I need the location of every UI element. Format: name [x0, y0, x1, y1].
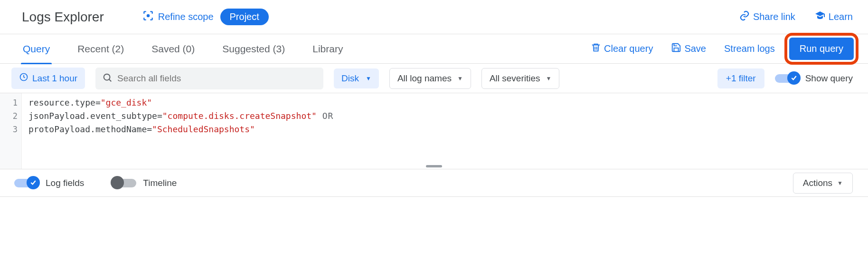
severities-dropdown[interactable]: All severities ▼: [481, 68, 560, 89]
show-query-toggle-wrap: Show query: [775, 73, 853, 84]
stream-logs-label: Stream logs: [724, 43, 775, 54]
scope-pill[interactable]: Project: [220, 9, 269, 25]
time-range-label: Last 1 hour: [32, 73, 77, 84]
clear-query-label: Clear query: [604, 43, 653, 54]
tab-suggested[interactable]: Suggested (3): [217, 34, 290, 64]
editor-content[interactable]: resource.type="gce_disk" jsonPayload.eve…: [22, 93, 333, 169]
code-line: resource.type="gce_disk": [28, 96, 333, 109]
chevron-down-icon: ▼: [366, 75, 371, 82]
line-number: 3: [0, 123, 18, 136]
resize-handle[interactable]: [426, 165, 442, 167]
log-fields-toggle[interactable]: [14, 179, 39, 187]
refine-scope-label: Refine scope: [158, 11, 214, 22]
log-names-dropdown[interactable]: All log names ▼: [389, 68, 471, 89]
line-number: 1: [0, 96, 18, 109]
chevron-down-icon: ▼: [457, 75, 463, 82]
log-fields-label: Log fields: [46, 178, 84, 188]
extra-filter-chip[interactable]: +1 filter: [717, 68, 764, 88]
svg-point-0: [147, 14, 150, 18]
toggle-knob: [111, 176, 124, 189]
refine-scope-button[interactable]: Refine scope: [142, 10, 214, 24]
svg-point-2: [104, 74, 110, 80]
clock-icon: [19, 72, 28, 84]
log-names-label: All log names: [397, 73, 452, 84]
time-range-chip[interactable]: Last 1 hour: [11, 68, 85, 89]
actions-dropdown[interactable]: Actions ▼: [793, 173, 853, 194]
learn-label: Learn: [829, 11, 853, 22]
actions-label: Actions: [803, 178, 832, 188]
save-icon: [671, 42, 681, 55]
resource-label: Disk: [341, 73, 359, 84]
page-title: Logs Explorer: [22, 10, 104, 25]
bottom-bar: Log fields Timeline Actions ▼: [0, 169, 868, 197]
tab-recent[interactable]: Recent (2): [73, 34, 129, 64]
link-icon: [739, 10, 750, 24]
timeline-toggle[interactable]: [112, 179, 136, 187]
code-line: protoPayload.methodName="ScheduledSnapsh…: [28, 123, 333, 136]
share-link-button[interactable]: Share link: [739, 10, 795, 24]
search-icon: [102, 72, 113, 84]
run-query-highlight: Run query: [784, 33, 859, 65]
header-bar: Logs Explorer Refine scope Project Share…: [0, 0, 868, 34]
filter-bar: Last 1 hour Disk ▼ All log names ▼ All s…: [0, 64, 868, 93]
save-button[interactable]: Save: [671, 42, 706, 55]
stream-logs-button[interactable]: Stream logs: [724, 43, 775, 54]
tabs-bar: Query Recent (2) Saved (0) Suggested (3)…: [0, 34, 868, 64]
tab-saved[interactable]: Saved (0): [147, 34, 199, 64]
run-query-button[interactable]: Run query: [789, 38, 854, 60]
tab-query[interactable]: Query: [18, 34, 55, 64]
save-label: Save: [684, 43, 706, 54]
check-icon: [27, 176, 40, 189]
learn-button[interactable]: Learn: [814, 10, 853, 24]
check-icon: [787, 71, 801, 85]
severities-label: All severities: [490, 73, 540, 84]
show-query-label: Show query: [805, 73, 853, 84]
tab-library[interactable]: Library: [308, 34, 348, 64]
show-query-toggle[interactable]: [775, 74, 800, 83]
search-field[interactable]: [95, 68, 323, 89]
line-number: 2: [0, 109, 18, 123]
clear-query-button[interactable]: Clear query: [591, 42, 653, 55]
search-input[interactable]: [117, 73, 317, 84]
timeline-label: Timeline: [143, 178, 177, 188]
share-link-label: Share link: [753, 11, 795, 22]
scope-icon: [142, 10, 154, 24]
query-editor[interactable]: 1 2 3 resource.type="gce_disk" jsonPaylo…: [0, 93, 868, 169]
code-line: jsonPayload.event_subtype="compute.disks…: [28, 109, 333, 123]
chevron-down-icon: ▼: [837, 180, 843, 186]
learn-icon: [814, 10, 826, 24]
chevron-down-icon: ▼: [546, 75, 552, 82]
editor-gutter: 1 2 3: [0, 93, 22, 169]
resource-chip[interactable]: Disk ▼: [334, 68, 379, 88]
trash-icon: [591, 42, 601, 55]
